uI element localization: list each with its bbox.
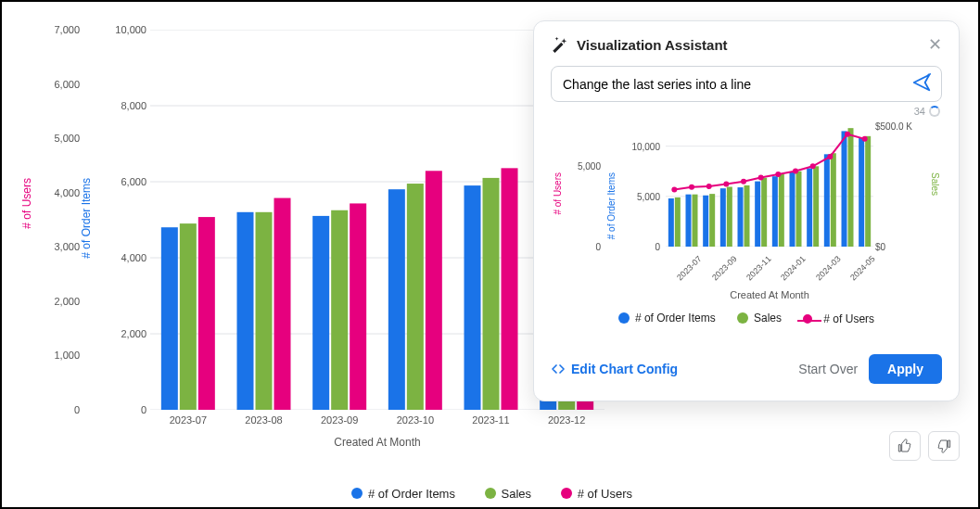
close-button[interactable]: ✕: [928, 36, 942, 53]
svg-point-57: [758, 174, 764, 180]
svg-rect-37: [824, 154, 830, 247]
countdown: 34: [553, 106, 940, 117]
svg-rect-28: [668, 198, 674, 247]
y-axis-ticks-order-items: 02,0004,0006,0008,00010,000: [104, 30, 146, 410]
spinner-icon: [929, 106, 940, 117]
svg-point-62: [845, 132, 850, 137]
svg-point-54: [706, 184, 712, 189]
preview-y-label-sales: Sales: [930, 172, 940, 196]
thumbs-down-button[interactable]: [928, 431, 960, 461]
svg-rect-14: [331, 210, 348, 410]
svg-rect-15: [407, 184, 424, 410]
svg-rect-45: [761, 178, 767, 247]
svg-rect-20: [350, 203, 366, 410]
svg-rect-33: [755, 182, 760, 247]
x-axis-label: Created At Month: [150, 436, 605, 449]
feedback-buttons: [889, 431, 960, 461]
svg-rect-44: [745, 185, 750, 247]
svg-rect-31: [720, 188, 726, 247]
preview-yticks-users: 05,000: [564, 126, 601, 247]
preview-legend-sales[interactable]: Sales: [737, 312, 782, 324]
svg-rect-9: [388, 189, 405, 410]
svg-point-60: [810, 163, 816, 169]
svg-rect-29: [686, 195, 692, 247]
svg-rect-49: [831, 153, 836, 247]
preview-chart: # of Users # of Order Items Sales 05,000…: [553, 126, 940, 339]
thumbs-up-icon: [897, 439, 912, 453]
thumbs-down-icon: [936, 439, 951, 453]
x-axis-ticks: 2023-072023-082023-092023-102023-112023-…: [150, 414, 605, 433]
svg-point-52: [671, 186, 677, 192]
panel-title: Visualization Assistant: [551, 36, 728, 53]
svg-rect-38: [842, 131, 847, 247]
svg-rect-21: [426, 171, 442, 410]
preview-card: # of Users # of Order Items Sales 05,000…: [551, 122, 942, 341]
svg-rect-8: [312, 216, 329, 410]
y-axis-ticks-users: 01,0002,0003,0004,0005,0006,0007,000: [37, 30, 80, 410]
svg-rect-40: [675, 197, 681, 247]
svg-rect-30: [703, 196, 708, 247]
svg-rect-13: [256, 212, 273, 410]
svg-point-58: [775, 172, 781, 177]
prompt-box: [551, 66, 942, 102]
preview-xlabel: Created At Month: [666, 289, 873, 300]
svg-rect-6: [161, 227, 178, 410]
preview-y-label-users: # of Users: [553, 172, 563, 215]
svg-rect-43: [727, 187, 732, 247]
prompt-input[interactable]: [561, 76, 911, 93]
svg-rect-41: [693, 195, 698, 247]
wand-icon: [551, 36, 567, 53]
app-frame: # of Users # of Order Items 01,0002,0003…: [0, 0, 980, 509]
svg-point-61: [827, 154, 833, 159]
svg-point-53: [689, 185, 694, 190]
svg-rect-32: [738, 187, 744, 247]
y-axis-label-users: # of Users: [20, 178, 33, 229]
visualization-assistant-panel: Visualization Assistant ✕ 34 # of Users …: [533, 20, 960, 401]
legend-item-sales[interactable]: Sales: [485, 487, 532, 501]
svg-rect-19: [274, 198, 291, 410]
svg-point-55: [723, 181, 729, 186]
preview-xticks: 2023-072023-092023-112024-012024-032024-…: [666, 250, 873, 287]
send-button[interactable]: [911, 72, 932, 95]
send-icon: [911, 72, 932, 93]
svg-rect-50: [848, 128, 854, 247]
main-legend: # of Order Items Sales # of Users: [2, 487, 980, 503]
y-axis-label-order-items: # of Order Items: [80, 178, 93, 259]
svg-rect-22: [502, 168, 518, 410]
svg-point-56: [741, 179, 746, 185]
svg-point-59: [793, 169, 798, 174]
svg-point-24: [929, 73, 931, 75]
svg-rect-42: [709, 194, 715, 247]
svg-rect-36: [807, 169, 812, 248]
legend-item-users[interactable]: # of Users: [561, 487, 632, 501]
apply-button[interactable]: Apply: [869, 354, 942, 384]
preview-yticks-order-items: 05,00010,000: [619, 126, 660, 247]
svg-rect-12: [180, 223, 197, 410]
svg-rect-39: [859, 138, 864, 247]
svg-rect-34: [772, 176, 778, 247]
preview-plot-area: [666, 126, 873, 247]
svg-rect-46: [779, 174, 784, 247]
svg-rect-51: [865, 136, 871, 247]
preview-yticks-sales: $0$500.0 K: [875, 126, 927, 247]
preview-legend-order-items[interactable]: # of Order Items: [618, 312, 716, 324]
legend-item-order-items[interactable]: # of Order Items: [351, 487, 455, 501]
svg-rect-10: [465, 185, 481, 410]
svg-point-63: [862, 136, 868, 142]
code-icon: [551, 362, 566, 376]
svg-rect-47: [796, 172, 802, 247]
svg-rect-7: [237, 212, 254, 410]
start-over-button[interactable]: Start Over: [798, 362, 858, 376]
svg-rect-35: [790, 172, 795, 247]
svg-rect-18: [198, 217, 215, 410]
preview-y-label-order-items: # of Order Items: [606, 172, 617, 239]
edit-chart-config-link[interactable]: Edit Chart Config: [551, 362, 678, 376]
svg-rect-48: [813, 166, 819, 247]
preview-legend-users[interactable]: # of Users: [803, 312, 874, 325]
preview-legend: # of Order Items Sales # of Users: [553, 312, 940, 326]
svg-rect-16: [483, 178, 500, 410]
thumbs-up-button[interactable]: [889, 431, 921, 461]
